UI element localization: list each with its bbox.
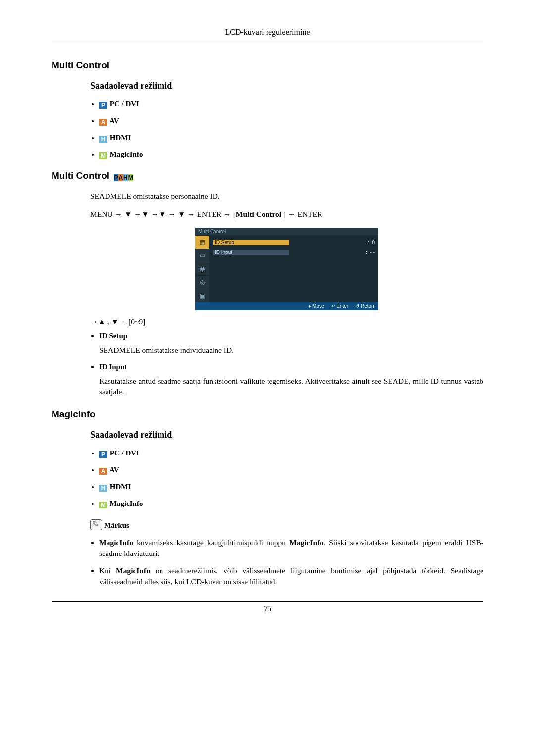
mode-hdmi: H HDMI bbox=[99, 134, 483, 143]
osd-side-icon: ▦ bbox=[195, 235, 209, 249]
subsection-available-modes-1: Saadaolevad režiimid bbox=[90, 81, 483, 91]
note-heading: Märkus bbox=[90, 519, 483, 530]
p-icon: P bbox=[99, 451, 107, 458]
osd-row-label: ID Input bbox=[213, 250, 289, 255]
menu-path-part: MENU → ▼ →▼ →▼ → ▼ → ENTER → [ bbox=[90, 210, 236, 218]
list-item: MagicInfo kuvamiseks kasutage kaugjuhtim… bbox=[99, 537, 483, 559]
mode-av: A AV bbox=[99, 466, 483, 475]
note-label: Märkus bbox=[104, 521, 129, 529]
header-rule bbox=[52, 40, 483, 40]
osd-side-icon: ◎ bbox=[195, 275, 209, 289]
osd-sidebar: ▦ ▭ ◉ ◎ ▣ bbox=[195, 235, 209, 302]
osd-footer-enter: ↵ Enter bbox=[331, 303, 349, 309]
a-icon: A bbox=[118, 174, 123, 181]
p-icon: P bbox=[114, 174, 118, 181]
mode-label: AV bbox=[109, 466, 119, 474]
mode-pc: P PC / DVI bbox=[99, 449, 483, 458]
h-icon: H bbox=[99, 136, 107, 143]
h-icon: H bbox=[123, 174, 128, 181]
list-item: ID Input Kasutatakse antud seadme saatja… bbox=[99, 362, 483, 397]
page-header: LCD-kuvari reguleerimine bbox=[52, 28, 483, 37]
osd-footer-move: ♦ Move bbox=[308, 303, 324, 309]
h-icon: H bbox=[99, 485, 107, 492]
note-bold: MagicInfo bbox=[116, 566, 150, 575]
mode-label: PC / DVI bbox=[110, 449, 139, 457]
osd-side-icon: ◉ bbox=[195, 262, 209, 275]
mode-av: A AV bbox=[99, 117, 483, 126]
a-icon: A bbox=[99, 119, 107, 126]
menu-path-bold: Multi Control bbox=[236, 210, 281, 218]
mode-magicinfo: M MagicInfo bbox=[99, 500, 483, 508]
menu-path: MENU → ▼ →▼ →▼ → ▼ → ENTER → [Multi Cont… bbox=[90, 209, 483, 220]
m-icon: M bbox=[128, 174, 133, 181]
mode-magicinfo: M MagicInfo bbox=[99, 151, 483, 159]
mode-label: HDMI bbox=[110, 483, 131, 491]
note-text: kuvamiseks kasutage kaugjuhtimispuldi nu… bbox=[133, 538, 289, 547]
list-item: Kui MagicInfo on seadmerežiimis, võib vä… bbox=[99, 565, 483, 588]
osd-row-label: ID Setup bbox=[213, 240, 289, 245]
osd-side-icon: ▣ bbox=[195, 289, 209, 302]
arrow-range-line: →▲ , ▼→ [0~9] bbox=[90, 317, 483, 326]
osd-screenshot: Multi Control ▦ ▭ ◉ ◎ ▣ ID Setup : 0 bbox=[195, 228, 378, 310]
osd-title: Multi Control bbox=[195, 228, 378, 235]
intro-text: SEADMELE omistatakse personaalne ID. bbox=[90, 191, 483, 202]
osd-footer: ♦ Move ↵ Enter ↺ Return bbox=[195, 302, 378, 310]
section-title-multi-control-1: Multi Control bbox=[52, 60, 483, 71]
osd-main: ID Setup : 0 ID Input : - - bbox=[209, 235, 378, 302]
osd-side-icon: ▭ bbox=[195, 249, 209, 262]
mode-icons-inline: PAHM bbox=[114, 174, 133, 181]
section-title-multi-control-2: Multi Control PAHM bbox=[52, 170, 483, 181]
note-bold: MagicInfo bbox=[99, 538, 133, 547]
p-icon: P bbox=[99, 102, 107, 109]
subsection-available-modes-2: Saadaolevad režiimid bbox=[90, 430, 483, 440]
osd-row-value: : - - bbox=[366, 250, 374, 255]
item-title-id-input: ID Input bbox=[99, 363, 127, 371]
note-text: Kui bbox=[99, 566, 116, 575]
desc-list: ID Setup SEADMELE omistatakse individuaa… bbox=[90, 331, 483, 397]
mode-label: AV bbox=[109, 117, 119, 125]
m-icon: M bbox=[99, 502, 107, 508]
mode-label: MagicInfo bbox=[110, 151, 143, 158]
mode-label: PC / DVI bbox=[110, 100, 139, 108]
section-title-magicinfo: MagicInfo bbox=[52, 409, 483, 420]
note-icon bbox=[90, 519, 102, 530]
note-text: on seadmerežiimis, võib välisseadmete li… bbox=[99, 566, 483, 586]
page-number: 75 bbox=[52, 605, 483, 613]
section-title-text: Multi Control bbox=[52, 170, 109, 181]
list-item: ID Setup SEADMELE omistatakse individuaa… bbox=[99, 331, 483, 355]
note-list: MagicInfo kuvamiseks kasutage kaugjuhtim… bbox=[90, 537, 483, 588]
mode-label: MagicInfo bbox=[110, 500, 143, 507]
mode-hdmi: H HDMI bbox=[99, 483, 483, 492]
footer-rule bbox=[52, 601, 483, 602]
mode-list-2: P PC / DVI A AV H HDMI M MagicInfo bbox=[90, 449, 483, 508]
item-body: SEADMELE omistatakse individuaalne ID. bbox=[99, 345, 483, 355]
a-icon: A bbox=[99, 468, 107, 475]
mode-list-1: P PC / DVI A AV H HDMI M MagicInfo bbox=[90, 100, 483, 159]
mode-pc: P PC / DVI bbox=[99, 100, 483, 109]
osd-row-value: : 0 bbox=[368, 240, 374, 245]
mode-label: HDMI bbox=[110, 134, 131, 142]
note-bold: MagicInfo bbox=[289, 538, 323, 547]
m-icon: M bbox=[99, 152, 107, 159]
item-body: Kasutatakse antud seadme saatja funktsio… bbox=[99, 376, 483, 397]
menu-path-part: ] → ENTER bbox=[281, 210, 322, 218]
osd-footer-return: ↺ Return bbox=[355, 303, 375, 309]
item-title-id-setup: ID Setup bbox=[99, 332, 127, 340]
